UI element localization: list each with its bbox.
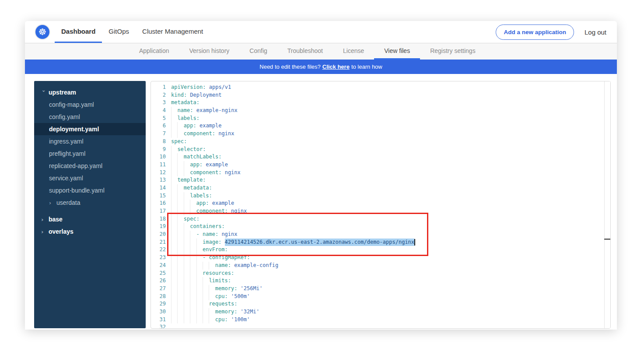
tree-item-overlays[interactable]: ›overlays	[34, 225, 146, 238]
tree-item-upstream[interactable]: ›upstream	[34, 86, 146, 98]
code-line-10[interactable]: 10matchLabels:	[151, 153, 610, 161]
code-line-7[interactable]: 7component: nginx	[151, 130, 610, 138]
tree-item-ingress-yaml[interactable]: ingress.yaml	[34, 135, 146, 147]
yaml-token: matchLabels:	[184, 153, 222, 161]
indent-guides	[171, 215, 184, 223]
code-line-26[interactable]: 26limits:	[151, 277, 610, 285]
code-line-29[interactable]: 29requests:	[151, 300, 610, 308]
code-line-17[interactable]: 17component: nginx	[151, 207, 610, 215]
tree-item-support-bundle-yaml[interactable]: support-bundle.yaml	[34, 184, 146, 197]
line-content	[166, 323, 171, 329]
tree-item-config-yaml[interactable]: config.yaml	[34, 111, 146, 123]
yaml-token: metadata:	[184, 184, 212, 192]
line-number: 20	[151, 231, 166, 239]
code-line-16[interactable]: 16app: example	[151, 200, 610, 207]
code-line-25[interactable]: 25resources:	[151, 270, 610, 277]
code-line-1[interactable]: 1apiVersion: apps/v1	[151, 84, 610, 91]
code-line-6[interactable]: 6app: example	[151, 122, 610, 130]
code-line-14[interactable]: 14metadata:	[151, 184, 610, 192]
top-tab-gitops[interactable]: GitOps	[102, 21, 136, 43]
code-line-28[interactable]: 28cpu: '500m'	[151, 293, 610, 301]
code-line-19[interactable]: 19containers:	[151, 223, 610, 231]
sub-tab-view-files[interactable]: View files	[374, 43, 420, 60]
code-line-9[interactable]: 9selector:	[151, 146, 610, 154]
yaml-token: memory:	[215, 308, 238, 316]
yaml-token: name:	[215, 262, 231, 270]
line-content: memory: '32Mi'	[166, 308, 259, 316]
code-line-18[interactable]: 18spec:	[151, 215, 610, 223]
yaml-token: selector:	[177, 146, 206, 154]
code-line-13[interactable]: 13template:	[151, 176, 610, 184]
tree-item-preflight-yaml[interactable]: preflight.yaml	[34, 147, 146, 160]
chevron-right-icon: ›	[49, 200, 54, 206]
yaml-token: nginx	[215, 130, 234, 138]
yaml-token: '500m'	[228, 293, 250, 301]
code-line-11[interactable]: 11app: example	[151, 161, 610, 169]
yaml-token: example-nginx	[193, 107, 238, 115]
code-line-15[interactable]: 15labels:	[151, 192, 610, 200]
code-line-32[interactable]: 32	[151, 323, 610, 329]
code-line-5[interactable]: 5labels:	[151, 115, 610, 123]
code-line-24[interactable]: 24name: example-config	[151, 262, 610, 270]
indent-guides	[171, 130, 184, 138]
line-number: 10	[151, 153, 166, 161]
top-nav-right: Add a new application Log out	[496, 21, 617, 43]
code-line-30[interactable]: 30memory: '32Mi'	[151, 308, 610, 316]
tree-item-label: service.yaml	[49, 175, 83, 182]
yaml-token: resources:	[203, 270, 234, 277]
tree-item-label: userdata	[56, 199, 80, 206]
sub-tab-license[interactable]: License	[333, 43, 374, 60]
tree-item-replicated-app-yaml[interactable]: replicated-app.yaml	[34, 160, 146, 172]
banner-click-here-link[interactable]: Click here	[322, 63, 350, 70]
overview-ruler[interactable]	[604, 81, 610, 328]
code-line-2[interactable]: 2kind: Deployment	[151, 91, 610, 99]
top-tab-dashboard[interactable]: Dashboard	[55, 21, 102, 43]
sub-tab-registry-settings[interactable]: Registry settings	[420, 43, 485, 60]
code-line-20[interactable]: 20- name: nginx	[151, 231, 610, 239]
yaml-token: nginx	[221, 169, 240, 177]
line-content: metadata:	[166, 184, 212, 192]
yaml-token: envFrom:	[203, 246, 228, 254]
line-content: template:	[166, 176, 206, 184]
code-line-21[interactable]: 21image: 429114214526.dkr.ecr.us-east-2.…	[151, 239, 610, 246]
tree-item-deployment-yaml[interactable]: deployment.yaml	[34, 123, 146, 135]
add-application-button[interactable]: Add a new application	[496, 25, 574, 40]
tree-item-service-yaml[interactable]: service.yaml	[34, 172, 146, 184]
code-line-22[interactable]: 22envFrom:	[151, 246, 610, 254]
top-tab-cluster-management[interactable]: Cluster Management	[136, 21, 210, 43]
line-content: name: example-nginx	[166, 107, 238, 115]
chevron-right-icon: ›	[41, 228, 46, 235]
line-content: limits:	[166, 277, 231, 285]
line-content: app: example	[166, 200, 234, 207]
code-line-3[interactable]: 3metadata:	[151, 99, 610, 107]
yaml-token: component:	[190, 169, 221, 177]
file-editor[interactable]: 1apiVersion: apps/v12kind: Deployment3me…	[150, 81, 611, 329]
indent-guides	[171, 262, 215, 270]
code-line-12[interactable]: 12component: nginx	[151, 169, 610, 177]
tree-item-base[interactable]: ›base	[34, 213, 146, 225]
line-content: labels:	[166, 115, 200, 123]
sub-tab-application[interactable]: Application	[129, 43, 179, 60]
code-line-8[interactable]: 8spec:	[151, 138, 610, 146]
tree-item-config-map-yaml[interactable]: config-map.yaml	[34, 98, 146, 111]
line-number: 22	[151, 246, 166, 254]
code-line-4[interactable]: 4name: example-nginx	[151, 107, 610, 115]
code-line-23[interactable]: 23- configMapRef:	[151, 254, 610, 262]
indent-guides	[171, 300, 209, 308]
indent-guides	[171, 122, 184, 130]
yaml-token: Deployment	[187, 91, 221, 99]
tree-item-userdata[interactable]: ›userdata	[34, 197, 146, 209]
app-logo[interactable]: ☸	[25, 21, 55, 43]
line-content: image: 429114214526.dkr.ecr.us-east-2.am…	[166, 239, 415, 246]
code-line-31[interactable]: 31cpu: '100m'	[151, 316, 610, 324]
sub-tab-troubleshoot[interactable]: Troubleshoot	[277, 43, 333, 60]
code-line-27[interactable]: 27memory: '256Mi'	[151, 285, 610, 293]
code-lines: 1apiVersion: apps/v12kind: Deployment3me…	[151, 81, 610, 329]
indent-guides	[171, 184, 184, 192]
sub-tab-version-history[interactable]: Version history	[179, 43, 240, 60]
line-content: memory: '256Mi'	[166, 285, 262, 293]
line-content: component: nginx	[166, 169, 241, 177]
line-content: - name: nginx	[166, 231, 238, 239]
logout-link[interactable]: Log out	[584, 28, 606, 36]
sub-tab-config[interactable]: Config	[239, 43, 277, 60]
